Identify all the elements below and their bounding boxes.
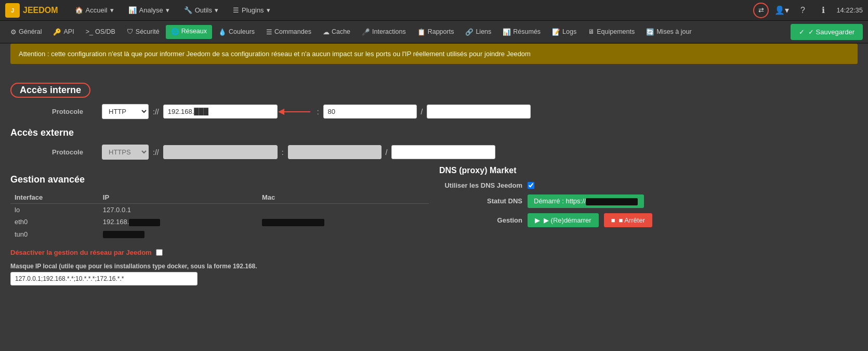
sep-interne-1: ://: [153, 108, 159, 116]
tab-mises-a-jour[interactable]: 🔄 Mises à jour: [641, 25, 696, 38]
key-icon: 🔑: [53, 28, 61, 36]
acces-interne-title: Accès interne: [10, 83, 90, 98]
dns-gestion-label: Gestion: [439, 216, 522, 224]
path-input-interne[interactable]: [427, 105, 531, 119]
sep-interne-3: /: [421, 108, 423, 116]
acces-interne-row: Protocole HTTP HTTPS :// : /: [52, 104, 858, 119]
warning-banner: Attention : cette configuration n'est là…: [10, 44, 858, 64]
save-button[interactable]: ✓ ✓ Sauvegarder: [791, 24, 863, 40]
port-input-interne[interactable]: [323, 105, 417, 119]
protocole-label: Protocole: [52, 108, 94, 115]
mask-input[interactable]: [10, 272, 198, 285]
tab-rapports[interactable]: 📋 Rapports: [412, 25, 459, 38]
col-header-ip: IP: [99, 191, 258, 204]
terminal-icon: >_: [86, 28, 93, 35]
brand-text: JEEDOM: [23, 6, 58, 15]
top-nav-right: ⇄ 👤▾ ? ℹ 14:22:35: [753, 3, 863, 18]
sep-externe-1: ://: [153, 148, 159, 157]
color-icon: 💧: [218, 28, 227, 36]
check-icon: ✓: [799, 28, 805, 36]
interface-name: tun0: [10, 228, 99, 241]
tab-security[interactable]: 🛡 Sécurité: [122, 25, 165, 38]
cache-icon: ☁: [323, 28, 330, 36]
secondary-navbar: ⚙ Général 🔑 API >_ OS/DB 🛡 Sécurité 🌐 Ré…: [0, 21, 868, 44]
col-header-interface: Interface: [10, 191, 99, 204]
tab-osdb[interactable]: >_ OS/DB: [81, 25, 121, 38]
dropdown-icon: ▾: [267, 6, 270, 14]
table-row: eth0 192.168.: [10, 216, 429, 228]
share-icon: ⇄: [758, 6, 764, 14]
info-button[interactable]: ℹ: [816, 3, 831, 18]
restart-button[interactable]: ▶ ▶ (Re)démarrer: [528, 213, 599, 227]
commands-icon: ☰: [266, 28, 272, 36]
interface-ip: 192.168.: [99, 216, 258, 228]
interface-mac: [258, 216, 429, 228]
path-input-externe[interactable]: [391, 145, 495, 159]
tab-liens[interactable]: 🔗 Liens: [460, 25, 496, 38]
tab-resumes[interactable]: 📊 Résumés: [497, 25, 546, 38]
protocole-select-externe[interactable]: HTTPS HTTP: [102, 145, 149, 160]
nav-analyse[interactable]: 📊 Analyse ▾: [122, 3, 176, 17]
table-row: tun0: [10, 228, 429, 241]
tab-api[interactable]: 🔑 API: [48, 25, 79, 38]
redacted-tun-ip: [103, 231, 144, 238]
gestion-avancee-section: Gestion avancée Interface IP Mac lo 127.…: [10, 166, 429, 285]
user-icon: 👤▾: [774, 5, 789, 15]
tab-cache[interactable]: ☁ Cache: [318, 25, 356, 38]
dns-market-section: DNS (proxy) Market Utiliser les DNS Jeed…: [439, 166, 858, 285]
top-navbar: J JEEDOM 🏠 Accueil ▾ 📊 Analyse ▾ 🔧 Outil…: [0, 0, 868, 21]
analyse-icon: 📊: [128, 6, 137, 14]
disable-network-row: Désactiver la gestion du réseau par Jeed…: [10, 249, 429, 256]
tab-reseaux[interactable]: 🌐 Réseaux: [166, 25, 212, 39]
protocole-select-interne[interactable]: HTTP HTTPS: [102, 104, 149, 119]
ip-input-externe[interactable]: [163, 145, 278, 159]
gestion-avancee-title: Gestion avancée: [10, 174, 429, 185]
sep-externe-3: /: [386, 148, 388, 157]
acces-externe-row: Protocole HTTPS HTTP :// : /: [52, 145, 858, 160]
interactions-icon: 🎤: [362, 28, 370, 36]
help-icon: ?: [800, 6, 805, 15]
top-nav-items: 🏠 Accueil ▾ 📊 Analyse ▾ 🔧 Outils ▾ ☰ Plu…: [69, 3, 754, 17]
dropdown-icon: ▾: [110, 6, 114, 14]
shield-icon: 🛡: [127, 28, 134, 35]
nav-accueil[interactable]: 🏠 Accueil ▾: [69, 3, 120, 17]
gear-icon: ⚙: [10, 28, 17, 36]
home-icon: 🏠: [75, 6, 83, 14]
use-dns-checkbox[interactable]: [528, 182, 534, 189]
sep-interne-2: :: [317, 108, 319, 116]
acces-externe-title: Accès externe: [10, 127, 858, 138]
use-dns-row: Utiliser les DNS Jeedom: [439, 181, 858, 189]
interface-ip: 127.0.0.1: [99, 204, 258, 216]
tab-equipements[interactable]: 🖥 Equipements: [583, 25, 640, 38]
port-input-externe[interactable]: [288, 145, 382, 159]
tab-commandes[interactable]: ☰ Commandes: [261, 25, 317, 38]
dns-status-badge: Démarré : https://: [528, 194, 644, 208]
devices-icon: 🖥: [588, 28, 595, 35]
brand-icon: J: [5, 3, 20, 18]
nav-plugins[interactable]: ☰ Plugins ▾: [227, 3, 277, 17]
ip-input-interne[interactable]: [163, 105, 278, 119]
tools-icon: 🔧: [184, 6, 192, 14]
disable-network-label: Désactiver la gestion du réseau par Jeed…: [10, 249, 152, 256]
tab-couleurs[interactable]: 💧 Couleurs: [213, 25, 260, 38]
logs-icon: 📝: [552, 28, 560, 36]
tab-general[interactable]: ⚙ Général: [5, 25, 47, 38]
protocole-label-ext: Protocole: [52, 148, 94, 156]
help-button[interactable]: ?: [795, 3, 810, 18]
dropdown-icon: ▾: [166, 6, 169, 14]
interface-mac: [258, 204, 429, 216]
stop-icon: ■: [611, 216, 615, 224]
two-col-section: Gestion avancée Interface IP Mac lo 127.…: [10, 166, 858, 285]
tab-logs[interactable]: 📝 Logs: [547, 25, 582, 38]
share-button[interactable]: ⇄: [753, 3, 769, 18]
info-icon: ℹ: [822, 5, 825, 15]
sep-externe-2: :: [282, 148, 284, 157]
use-dns-label: Utiliser les DNS Jeedom: [439, 181, 522, 189]
main-content: Attention : cette configuration n'est là…: [0, 44, 868, 296]
nav-outils[interactable]: 🔧 Outils ▾: [178, 3, 225, 17]
user-button[interactable]: 👤▾: [774, 3, 790, 18]
disable-network-checkbox[interactable]: [156, 249, 163, 256]
mask-label: Masque IP local (utile que pour les inst…: [10, 263, 429, 270]
tab-interactions[interactable]: 🎤 Interactions: [357, 25, 411, 38]
stop-button[interactable]: ■ ■ Arrêter: [604, 213, 652, 227]
